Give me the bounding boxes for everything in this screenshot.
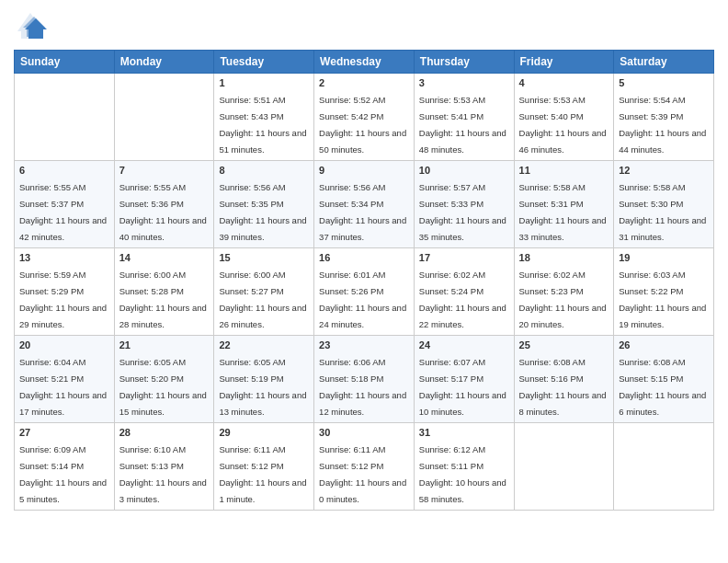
calendar-table: Sunday Monday Tuesday Wednesday Thursday… bbox=[14, 50, 714, 511]
day-number: 26 bbox=[619, 339, 709, 350]
day-number: 24 bbox=[419, 339, 509, 350]
calendar-cell: 8 Sunrise: 5:56 AMSunset: 5:35 PMDayligh… bbox=[214, 161, 314, 248]
cell-info: Sunrise: 5:58 AMSunset: 5:31 PMDaylight:… bbox=[519, 182, 607, 242]
day-number: 19 bbox=[619, 252, 709, 263]
calendar-cell: 31 Sunrise: 6:12 AMSunset: 5:11 PMDaylig… bbox=[414, 423, 514, 511]
calendar-cell: 25 Sunrise: 6:08 AMSunset: 5:16 PMDaylig… bbox=[514, 336, 614, 423]
col-wednesday: Wednesday bbox=[314, 51, 415, 74]
col-monday: Monday bbox=[114, 51, 214, 74]
cell-info: Sunrise: 6:02 AMSunset: 5:24 PMDaylight:… bbox=[419, 270, 506, 329]
calendar-cell: 29 Sunrise: 6:11 AMSunset: 5:12 PMDaylig… bbox=[214, 423, 314, 511]
calendar-cell: 12 Sunrise: 5:58 AMSunset: 5:30 PMDaylig… bbox=[614, 161, 714, 248]
calendar-cell: 7 Sunrise: 5:55 AMSunset: 5:36 PMDayligh… bbox=[114, 161, 214, 248]
calendar-cell: 4 Sunrise: 5:53 AMSunset: 5:40 PMDayligh… bbox=[514, 74, 614, 161]
calendar-cell: 28 Sunrise: 6:10 AMSunset: 5:13 PMDaylig… bbox=[114, 423, 214, 511]
logo-icon bbox=[14, 9, 47, 42]
cell-info: Sunrise: 6:01 AMSunset: 5:26 PMDaylight:… bbox=[319, 270, 406, 329]
calendar-cell: 11 Sunrise: 5:58 AMSunset: 5:31 PMDaylig… bbox=[514, 161, 614, 248]
day-number: 18 bbox=[519, 252, 609, 263]
day-number: 5 bbox=[619, 77, 709, 88]
calendar-week-3: 13 Sunrise: 5:59 AMSunset: 5:29 PMDaylig… bbox=[15, 248, 714, 336]
cell-info: Sunrise: 6:08 AMSunset: 5:15 PMDaylight:… bbox=[619, 357, 706, 417]
calendar-cell: 20 Sunrise: 6:04 AMSunset: 5:21 PMDaylig… bbox=[15, 336, 115, 423]
cell-info: Sunrise: 5:55 AMSunset: 5:37 PMDaylight:… bbox=[19, 182, 107, 242]
day-number: 29 bbox=[219, 427, 309, 438]
cell-info: Sunrise: 6:00 AMSunset: 5:27 PMDaylight:… bbox=[219, 270, 306, 329]
calendar-cell: 17 Sunrise: 6:02 AMSunset: 5:24 PMDaylig… bbox=[414, 248, 514, 336]
calendar-cell: 24 Sunrise: 6:07 AMSunset: 5:17 PMDaylig… bbox=[414, 336, 514, 423]
cell-info: Sunrise: 5:55 AMSunset: 5:36 PMDaylight:… bbox=[119, 182, 207, 242]
cell-info: Sunrise: 6:00 AMSunset: 5:28 PMDaylight:… bbox=[119, 270, 207, 329]
cell-info: Sunrise: 6:07 AMSunset: 5:17 PMDaylight:… bbox=[419, 357, 506, 417]
day-number: 23 bbox=[319, 339, 409, 350]
cell-info: Sunrise: 6:11 AMSunset: 5:12 PMDaylight:… bbox=[219, 444, 306, 504]
cell-info: Sunrise: 5:59 AMSunset: 5:29 PMDaylight:… bbox=[19, 270, 107, 329]
day-number: 30 bbox=[319, 427, 409, 438]
calendar-week-2: 6 Sunrise: 5:55 AMSunset: 5:37 PMDayligh… bbox=[15, 161, 714, 248]
day-number: 11 bbox=[519, 165, 609, 176]
cell-info: Sunrise: 5:53 AMSunset: 5:40 PMDaylight:… bbox=[519, 95, 607, 155]
calendar-cell: 30 Sunrise: 6:11 AMSunset: 5:12 PMDaylig… bbox=[314, 423, 415, 511]
cell-info: Sunrise: 6:06 AMSunset: 5:18 PMDaylight:… bbox=[319, 357, 406, 417]
calendar-cell: 10 Sunrise: 5:57 AMSunset: 5:33 PMDaylig… bbox=[414, 161, 514, 248]
calendar-cell: 14 Sunrise: 6:00 AMSunset: 5:28 PMDaylig… bbox=[114, 248, 214, 336]
cell-info: Sunrise: 6:03 AMSunset: 5:22 PMDaylight:… bbox=[619, 270, 706, 329]
cell-info: Sunrise: 5:57 AMSunset: 5:33 PMDaylight:… bbox=[419, 182, 506, 242]
day-number: 2 bbox=[319, 77, 409, 88]
calendar-cell: 13 Sunrise: 5:59 AMSunset: 5:29 PMDaylig… bbox=[15, 248, 115, 336]
cell-info: Sunrise: 6:05 AMSunset: 5:20 PMDaylight:… bbox=[119, 357, 207, 417]
calendar-cell bbox=[15, 74, 115, 161]
day-number: 20 bbox=[19, 339, 109, 350]
calendar-cell: 21 Sunrise: 6:05 AMSunset: 5:20 PMDaylig… bbox=[114, 336, 214, 423]
day-number: 12 bbox=[619, 165, 709, 176]
calendar-cell bbox=[614, 423, 714, 511]
day-number: 13 bbox=[19, 252, 109, 263]
calendar-cell: 1 Sunrise: 5:51 AMSunset: 5:43 PMDayligh… bbox=[214, 74, 314, 161]
calendar-cell: 23 Sunrise: 6:06 AMSunset: 5:18 PMDaylig… bbox=[314, 336, 415, 423]
logo bbox=[14, 9, 51, 42]
col-saturday: Saturday bbox=[614, 51, 714, 74]
page-header bbox=[14, 9, 714, 42]
cell-info: Sunrise: 6:02 AMSunset: 5:23 PMDaylight:… bbox=[519, 270, 607, 329]
day-number: 21 bbox=[119, 339, 210, 350]
calendar-cell: 16 Sunrise: 6:01 AMSunset: 5:26 PMDaylig… bbox=[314, 248, 415, 336]
cell-info: Sunrise: 5:54 AMSunset: 5:39 PMDaylight:… bbox=[619, 95, 706, 155]
cell-info: Sunrise: 6:04 AMSunset: 5:21 PMDaylight:… bbox=[19, 357, 107, 417]
calendar-cell: 5 Sunrise: 5:54 AMSunset: 5:39 PMDayligh… bbox=[614, 74, 714, 161]
day-number: 28 bbox=[119, 427, 210, 438]
day-number: 9 bbox=[319, 165, 409, 176]
day-number: 7 bbox=[119, 165, 210, 176]
calendar-week-5: 27 Sunrise: 6:09 AMSunset: 5:14 PMDaylig… bbox=[15, 423, 714, 511]
col-sunday: Sunday bbox=[15, 51, 115, 74]
day-number: 8 bbox=[219, 165, 309, 176]
cell-info: Sunrise: 6:11 AMSunset: 5:12 PMDaylight:… bbox=[319, 444, 406, 504]
cell-info: Sunrise: 6:09 AMSunset: 5:14 PMDaylight:… bbox=[19, 444, 107, 504]
calendar-cell: 6 Sunrise: 5:55 AMSunset: 5:37 PMDayligh… bbox=[15, 161, 115, 248]
cell-info: Sunrise: 5:56 AMSunset: 5:35 PMDaylight:… bbox=[219, 182, 306, 242]
cell-info: Sunrise: 6:10 AMSunset: 5:13 PMDaylight:… bbox=[119, 444, 207, 504]
cell-info: Sunrise: 6:05 AMSunset: 5:19 PMDaylight:… bbox=[219, 357, 306, 417]
col-thursday: Thursday bbox=[414, 51, 514, 74]
day-number: 10 bbox=[419, 165, 509, 176]
cell-info: Sunrise: 5:53 AMSunset: 5:41 PMDaylight:… bbox=[419, 95, 506, 155]
day-number: 22 bbox=[219, 339, 309, 350]
cell-info: Sunrise: 5:52 AMSunset: 5:42 PMDaylight:… bbox=[319, 95, 406, 155]
calendar-week-4: 20 Sunrise: 6:04 AMSunset: 5:21 PMDaylig… bbox=[15, 336, 714, 423]
day-number: 31 bbox=[419, 427, 509, 438]
calendar-cell: 2 Sunrise: 5:52 AMSunset: 5:42 PMDayligh… bbox=[314, 74, 415, 161]
col-tuesday: Tuesday bbox=[214, 51, 314, 74]
calendar-cell: 27 Sunrise: 6:09 AMSunset: 5:14 PMDaylig… bbox=[15, 423, 115, 511]
calendar-cell: 15 Sunrise: 6:00 AMSunset: 5:27 PMDaylig… bbox=[214, 248, 314, 336]
calendar-cell bbox=[514, 423, 614, 511]
day-number: 27 bbox=[19, 427, 109, 438]
calendar-cell: 9 Sunrise: 5:56 AMSunset: 5:34 PMDayligh… bbox=[314, 161, 415, 248]
day-number: 1 bbox=[219, 77, 309, 88]
calendar-cell: 19 Sunrise: 6:03 AMSunset: 5:22 PMDaylig… bbox=[614, 248, 714, 336]
calendar-cell: 18 Sunrise: 6:02 AMSunset: 5:23 PMDaylig… bbox=[514, 248, 614, 336]
day-number: 15 bbox=[219, 252, 309, 263]
cell-info: Sunrise: 6:08 AMSunset: 5:16 PMDaylight:… bbox=[519, 357, 607, 417]
day-number: 6 bbox=[19, 165, 109, 176]
calendar-cell: 3 Sunrise: 5:53 AMSunset: 5:41 PMDayligh… bbox=[414, 74, 514, 161]
col-friday: Friday bbox=[514, 51, 614, 74]
cell-info: Sunrise: 5:51 AMSunset: 5:43 PMDaylight:… bbox=[219, 95, 306, 155]
